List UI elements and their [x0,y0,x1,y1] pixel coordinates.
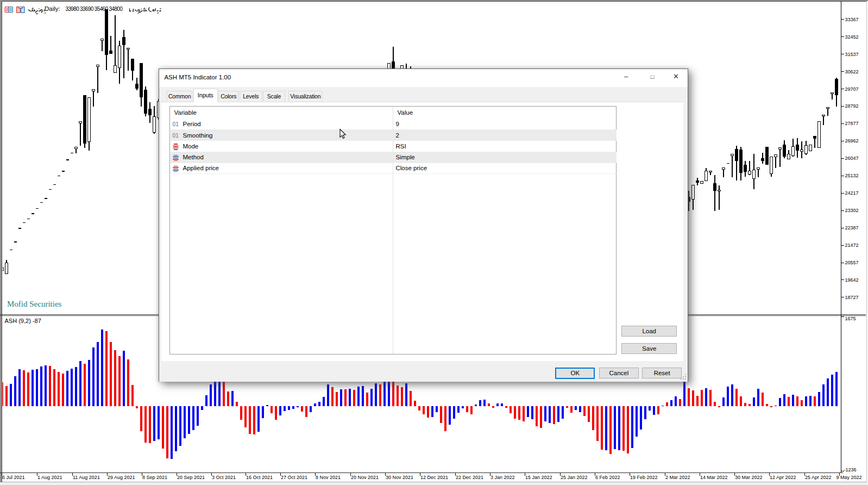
svg-text:33367: 33367 [845,17,859,22]
svg-text:22387: 22387 [845,225,859,231]
svg-text:3 Jan 2022: 3 Jan 2022 [490,475,515,480]
svg-text:25 Jan 2022: 25 Jan 2022 [561,475,588,480]
svg-text:29 Aug 2021: 29 Aug 2021 [108,475,135,480]
svg-text:Mofid Securities: Mofid Securities [7,300,62,308]
svg-text:20 Nov 2021: 20 Nov 2021 [351,475,379,480]
svg-text:32452: 32452 [845,34,859,40]
svg-text:14 Mar 2022: 14 Mar 2022 [700,475,728,480]
svg-text:3 Oct 2021: 3 Oct 2021 [212,475,236,480]
svg-text:31537: 31537 [845,52,859,57]
svg-text:11 Aug 2021: 11 Aug 2021 [73,475,100,480]
svg-text:30 Nov 2021: 30 Nov 2021 [386,475,413,480]
svg-text:1675: 1675 [845,316,856,321]
svg-text:6 Jul 2021: 6 Jul 2021 [2,475,25,480]
svg-text:19642: 19642 [845,277,859,283]
svg-text:30622: 30622 [845,69,859,74]
svg-text:1 Aug 2021: 1 Aug 2021 [37,475,62,480]
svg-text:8 Sep 2021: 8 Sep 2021 [142,475,167,480]
svg-text:19 Feb 2022: 19 Feb 2022 [630,475,658,480]
svg-text:26962: 26962 [845,138,859,144]
svg-text:27 Oct 2021: 27 Oct 2021 [281,475,307,480]
svg-text:24217: 24217 [845,190,859,196]
svg-text:21472: 21472 [845,242,859,248]
svg-text:20557: 20557 [845,260,859,265]
svg-text:30 Mar 2022: 30 Mar 2022 [735,475,763,480]
svg-text:-1236: -1236 [844,467,857,472]
svg-text:26047: 26047 [845,156,859,161]
svg-text:15 Jan 2022: 15 Jan 2022 [525,475,552,480]
svg-text:23302: 23302 [845,208,859,213]
svg-text:6 Feb 2022: 6 Feb 2022 [595,475,620,480]
svg-text:ASH (9,2) -87: ASH (9,2) -87 [5,318,41,324]
svg-text:12 Dec 2021: 12 Dec 2021 [420,475,448,480]
svg-text:22 Dec 2021: 22 Dec 2021 [456,475,483,480]
svg-text:25 Apr 2022: 25 Apr 2022 [805,475,832,480]
svg-text:18727: 18727 [845,295,859,300]
svg-text:29707: 29707 [845,86,859,92]
svg-text:28792: 28792 [845,103,859,109]
svg-text:9 May 2022: 9 May 2022 [836,475,862,480]
svg-text:20 Sep 2021: 20 Sep 2021 [177,475,205,480]
svg-text:25132: 25132 [845,173,859,178]
svg-text:27877: 27877 [845,121,859,126]
svg-text:16 Oct 2021: 16 Oct 2021 [246,475,273,480]
svg-text:12 Apr 2022: 12 Apr 2022 [770,475,796,480]
svg-text:8 Nov 2021: 8 Nov 2021 [316,475,341,480]
svg-text:2 Mar 2022: 2 Mar 2022 [665,475,690,480]
